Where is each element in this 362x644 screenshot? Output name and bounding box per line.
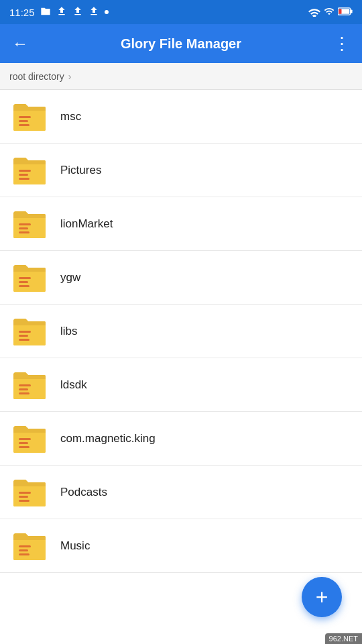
signal-icon [324,6,335,19]
list-item[interactable]: msc [0,90,362,144]
list-item[interactable]: Pictures [0,144,362,197]
back-button[interactable]: ← [8,32,32,56]
svg-rect-38 [19,549,28,551]
more-icon: ⋮ [333,34,351,54]
svg-rect-32 [13,485,46,506]
list-item[interactable]: ldsdk [0,358,362,412]
status-dot [105,10,109,14]
svg-rect-39 [19,553,29,555]
list-item[interactable]: lionMarket [0,197,362,251]
folder-icon [11,420,48,458]
file-name: Music [60,539,90,553]
app-bar: ← Glory File Manager ⋮ [0,24,362,63]
svg-rect-19 [19,285,29,287]
svg-rect-1 [351,9,353,13]
svg-rect-18 [19,281,28,283]
folder-icon [11,259,48,297]
file-name: msc [60,110,81,123]
svg-rect-20 [13,324,46,345]
list-item[interactable]: libs [0,305,362,358]
svg-rect-24 [13,378,46,399]
svg-rect-34 [19,496,28,498]
file-name: libs [60,325,78,338]
file-list: msc Pictures lionMarket [0,90,362,573]
breadcrumb-chevron: › [68,71,72,82]
svg-rect-22 [19,335,28,337]
folder-icon [11,527,48,565]
folder-icon [11,152,48,189]
battery-icon [338,7,353,18]
app-title: Glory File Manager [43,36,319,52]
svg-rect-27 [19,392,29,394]
more-options-button[interactable]: ⋮ [330,32,354,56]
folder-icon [11,205,48,243]
svg-rect-29 [19,438,31,440]
file-name: Podcasts [60,486,107,499]
svg-rect-3 [339,9,341,14]
fab-plus-icon: + [316,585,328,610]
folder-icon [11,313,48,350]
svg-rect-16 [13,270,46,292]
list-item[interactable]: Podcasts [0,466,362,519]
svg-rect-21 [19,331,31,333]
list-item[interactable]: Music [0,519,362,573]
folder-icon [11,98,48,136]
svg-rect-35 [19,500,29,502]
svg-rect-15 [19,231,29,233]
svg-rect-12 [13,217,46,238]
file-name: ygw [60,271,80,284]
file-name: Pictures [60,164,101,177]
svg-rect-31 [19,446,29,448]
folder-icon [11,366,48,404]
svg-rect-7 [19,124,29,126]
status-bar-right [308,6,353,19]
fab-add-button[interactable]: + [302,577,342,617]
file-icon [40,6,51,19]
download-icon-2 [72,6,83,19]
svg-rect-6 [19,120,28,122]
svg-rect-26 [19,388,28,390]
svg-rect-14 [19,227,28,229]
svg-rect-8 [13,163,46,184]
svg-rect-37 [19,545,31,547]
file-name: com.magnetic.king [60,432,156,445]
breadcrumb-label: root directory [9,71,64,82]
svg-rect-13 [19,223,31,225]
svg-rect-36 [13,539,46,560]
list-item[interactable]: ygw [0,251,362,305]
status-bar-left: 11:25 [9,6,109,19]
folder-icon [11,474,48,511]
back-icon: ← [12,34,28,53]
status-bar: 11:25 [0,0,362,24]
svg-rect-23 [19,339,29,341]
svg-rect-30 [19,442,28,444]
breadcrumb[interactable]: root directory › [0,63,362,90]
svg-rect-28 [13,431,46,453]
svg-rect-25 [19,384,31,386]
download-icon-1 [56,6,67,19]
wifi-icon [308,6,320,19]
svg-rect-5 [19,116,31,118]
svg-rect-17 [19,277,31,279]
file-name: lionMarket [60,217,113,231]
svg-rect-4 [13,109,46,131]
file-name: ldsdk [60,378,87,392]
download-icon-3 [88,6,99,19]
svg-rect-11 [19,178,29,180]
svg-rect-10 [19,174,28,176]
svg-rect-9 [19,170,31,172]
svg-rect-33 [19,492,31,494]
watermark: 962.NET [325,633,362,644]
status-time: 11:25 [9,7,35,18]
list-item[interactable]: com.magnetic.king [0,412,362,466]
